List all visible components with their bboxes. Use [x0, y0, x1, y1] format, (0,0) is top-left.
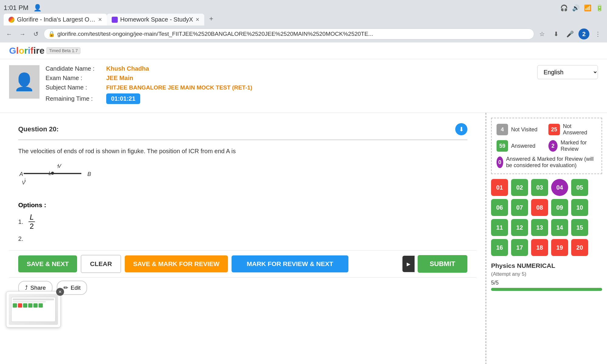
- microphone-button[interactable]: 🎤: [565, 29, 575, 39]
- studyx-favicon: [112, 17, 118, 23]
- question-button-11[interactable]: 11: [491, 219, 508, 236]
- question-button-10[interactable]: 10: [571, 199, 588, 216]
- save-mark-review-button[interactable]: SAVE & MARK FOR REVIEW: [125, 255, 228, 272]
- candidate-section: 👤 Candidate Name : Khush Chadha Exam Nam…: [0, 59, 607, 113]
- download-button[interactable]: ⬇: [551, 29, 561, 39]
- tab-studyx[interactable]: Homework Space - StudyX ✕: [107, 14, 204, 25]
- photo-placeholder-icon: 👤: [14, 72, 35, 92]
- browser-titlebar: 1:01 PM 👤 🎧 🔊 📶 🔋: [0, 0, 607, 13]
- not-visited-badge: 4: [497, 124, 508, 135]
- question-button-13[interactable]: 13: [531, 219, 548, 236]
- tab-studyx-close[interactable]: ✕: [195, 17, 199, 22]
- candidate-info: Candidate Name : Khush Chadha Exam Name …: [46, 65, 531, 106]
- right-panel: 4 Not Visited 25 Not Answered 59 Answere…: [486, 113, 607, 364]
- share-icon: ⤴: [25, 285, 28, 291]
- question-button-09[interactable]: 09: [551, 199, 568, 216]
- options-section: Options : 1. L 2 2.: [18, 198, 467, 250]
- browser-toolbar: ← → ↺ 🔒 glorifire.com/test/test-ongoing/…: [0, 25, 607, 42]
- option-2[interactable]: 2.: [18, 235, 467, 242]
- main-layout: Question 20: ⬇ The velocities of ends of…: [0, 113, 607, 364]
- tab-glorifire-close[interactable]: ✕: [98, 17, 102, 22]
- question-button-17[interactable]: 17: [511, 239, 528, 256]
- headphone-icon: 🎧: [560, 4, 568, 12]
- url-text: glorifire.com/test/test-ongoing/jee-main…: [57, 31, 530, 37]
- question-button-14[interactable]: 14: [551, 219, 568, 236]
- thumbnail-close-button[interactable]: ✕: [56, 288, 64, 296]
- clear-button[interactable]: CLEAR: [81, 255, 121, 273]
- question-button-02[interactable]: 02: [511, 179, 528, 196]
- forward-button[interactable]: →: [17, 29, 28, 39]
- marked-review-badge: 2: [548, 140, 558, 152]
- exam-label: Exam Name :: [46, 75, 106, 82]
- profile-button[interactable]: 2: [578, 29, 589, 39]
- marked-review-label: Marked for Review: [561, 140, 597, 152]
- site-header: Glorifire Timed Beta 1.7: [0, 42, 607, 59]
- answered-label: Answered: [511, 143, 535, 149]
- new-tab-button[interactable]: ＋: [204, 12, 218, 25]
- question-button-20[interactable]: 20: [571, 239, 588, 256]
- not-answered-label: Not Answered: [563, 123, 597, 136]
- language-dropdown[interactable]: English Hindi: [537, 65, 598, 79]
- question-section: Question 20: ⬇ The velocities of ends of…: [9, 119, 476, 250]
- edit-label: Edit: [71, 285, 81, 291]
- volume-icon: 🔊: [572, 4, 580, 12]
- save-next-button[interactable]: SAVE & NEXT: [18, 255, 77, 272]
- option-1[interactable]: 1. L 2: [18, 213, 467, 231]
- question-body: The velocities of ends of rod is shown i…: [18, 140, 467, 198]
- browser-time: 1:01 PM: [4, 4, 29, 12]
- exam-name-row: Exam Name : JEE Main: [46, 75, 531, 82]
- question-button-18[interactable]: 18: [531, 239, 548, 256]
- share-label: Share: [30, 285, 46, 291]
- option-2-number: 2.: [18, 235, 24, 242]
- name-label: Candidate Name :: [46, 65, 106, 72]
- user-icon: 👤: [33, 4, 42, 12]
- candidate-name: Khush Chadha: [106, 65, 149, 72]
- candidate-name-row: Candidate Name : Khush Chadha: [46, 65, 531, 72]
- legend-box: 4 Not Visited 25 Not Answered 59 Answere…: [491, 118, 602, 174]
- question-button-06[interactable]: 06: [491, 199, 508, 216]
- question-button-03[interactable]: 03: [531, 179, 548, 196]
- question-button-16[interactable]: 16: [491, 239, 508, 256]
- beta-badge: Timed Beta 1.7: [46, 47, 80, 54]
- tab-glorifire-title: Glorifire - India's Largest On...: [17, 16, 96, 23]
- question-button-15[interactable]: 15: [571, 219, 588, 236]
- legend-answered-marked: 0 Answered & Marked for Review (will be …: [497, 156, 597, 169]
- glorifire-favicon: [8, 17, 15, 23]
- question-grid: 0102030405060708091011121314151617181920: [491, 179, 602, 256]
- tab-glorifire[interactable]: Glorifire - India's Largest On... ✕: [4, 14, 107, 25]
- back-button[interactable]: ←: [4, 29, 15, 39]
- security-icon: 🔒: [48, 31, 55, 37]
- progress-fill: [491, 288, 602, 291]
- action-bar: SAVE & NEXT CLEAR SAVE & MARK FOR REVIEW…: [9, 250, 476, 277]
- candidate-photo: 👤: [9, 65, 39, 99]
- legend-marked-review: 2 Marked for Review: [548, 140, 597, 152]
- browser-tabs: Glorifire - India's Largest On... ✕ Home…: [0, 13, 607, 25]
- timer-badge: 01:01:21: [106, 93, 140, 104]
- option-1-fraction: L 2: [29, 213, 35, 231]
- submit-button[interactable]: SUBMIT: [418, 255, 467, 273]
- sidebar-toggle-button[interactable]: ▶: [402, 256, 415, 272]
- mark-review-next-button[interactable]: MARK FOR REVIEW & NEXT: [232, 255, 348, 272]
- browser-chrome: 1:01 PM 👤 🎧 🔊 📶 🔋 Glorifire - India's La…: [0, 0, 607, 42]
- bookmark-button[interactable]: ☆: [537, 29, 548, 39]
- remaining-time-row: Remaining Time : 01:01:21: [46, 93, 531, 104]
- options-label: Options :: [18, 201, 467, 209]
- question-button-04[interactable]: 04: [551, 179, 568, 196]
- address-bar[interactable]: 🔒 glorifire.com/test/test-ongoing/jee-ma…: [44, 29, 534, 39]
- question-button-12[interactable]: 12: [511, 219, 528, 236]
- question-button-19[interactable]: 19: [551, 239, 568, 256]
- menu-button[interactable]: ⋮: [592, 29, 603, 39]
- question-button-07[interactable]: 07: [511, 199, 528, 216]
- question-button-01[interactable]: 01: [491, 179, 508, 196]
- question-button-05[interactable]: 05: [571, 179, 588, 196]
- battery-icon: 🔋: [596, 4, 603, 12]
- language-select[interactable]: English Hindi: [537, 65, 598, 79]
- tab-studyx-title: Homework Space - StudyX: [120, 16, 193, 23]
- section-info: Physics NUMERICAL (Attempt any 5) 5/5: [491, 262, 602, 291]
- progress-text: 5/5: [491, 280, 499, 286]
- reload-button[interactable]: ↺: [30, 29, 41, 39]
- edit-icon: ✏: [63, 284, 68, 291]
- download-button[interactable]: ⬇: [455, 123, 467, 135]
- rod-diagram: V ↑ A L B ↓ V: [18, 162, 91, 186]
- question-button-08[interactable]: 08: [531, 199, 548, 216]
